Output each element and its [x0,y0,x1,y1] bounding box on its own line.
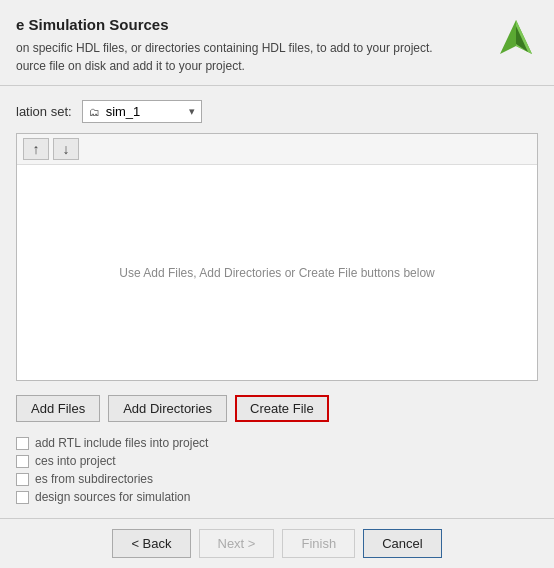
vivado-logo [494,16,538,60]
table-empty-message: Use Add Files, Add Directories or Create… [17,165,537,380]
add-directories-button[interactable]: Add Directories [108,395,227,422]
move-down-button[interactable]: ↓ [53,138,79,160]
dialog-content: lation set: 🗂 sim_1 ▾ ↑ ↓ Use Add Files,… [0,86,554,518]
checkbox-label-3: design sources for simulation [35,490,190,504]
sim-set-row: lation set: 🗂 sim_1 ▾ [16,100,538,123]
finish-button: Finish [282,529,355,558]
checkbox-label-2: es from subdirectories [35,472,153,486]
back-button[interactable]: < Back [112,529,190,558]
table-toolbar: ↑ ↓ [17,134,537,165]
sim-set-dropdown[interactable]: 🗂 sim_1 ▾ [82,100,202,123]
checkbox-label-0: add RTL include files into project [35,436,208,450]
header-desc-line1: on specific HDL files, or directories co… [16,39,494,57]
add-files-button[interactable]: Add Files [16,395,100,422]
create-file-button[interactable]: Create File [235,395,329,422]
dialog-header: e Simulation Sources on specific HDL fil… [0,0,554,86]
next-button: Next > [199,529,275,558]
checkbox-row-0: add RTL include files into project [16,436,538,450]
file-table-area: ↑ ↓ Use Add Files, Add Directories or Cr… [16,133,538,381]
checkbox-row-3: design sources for simulation [16,490,538,504]
dialog: e Simulation Sources on specific HDL fil… [0,0,554,568]
checkbox-2[interactable] [16,473,29,486]
checkbox-row-2: es from subdirectories [16,472,538,486]
checkbox-label-1: ces into project [35,454,116,468]
cancel-button[interactable]: Cancel [363,529,441,558]
action-buttons-row: Add Files Add Directories Create File [16,395,538,422]
checkbox-row-1: ces into project [16,454,538,468]
header-desc-line2: ource file on disk and add it to your pr… [16,57,494,75]
sim-set-arrow-icon: ▾ [189,105,195,118]
header-text-area: e Simulation Sources on specific HDL fil… [16,16,494,75]
checkboxes-area: add RTL include files into project ces i… [16,436,538,504]
checkbox-3[interactable] [16,491,29,504]
dialog-footer: < Back Next > Finish Cancel [0,518,554,568]
move-up-button[interactable]: ↑ [23,138,49,160]
sim-set-folder-icon: 🗂 [89,106,100,118]
dialog-title: e Simulation Sources [16,16,494,33]
sim-set-label: lation set: [16,104,72,119]
sim-set-value: sim_1 [106,104,183,119]
checkbox-0[interactable] [16,437,29,450]
checkbox-1[interactable] [16,455,29,468]
